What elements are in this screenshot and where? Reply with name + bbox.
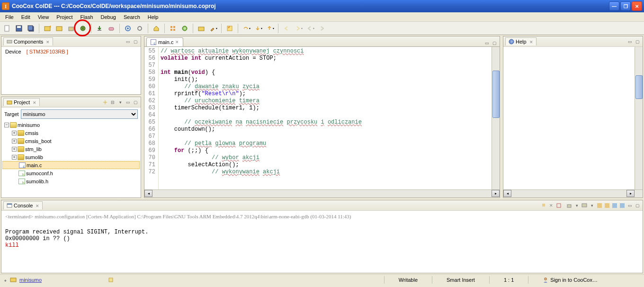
menu-flash[interactable]: Flash xyxy=(77,13,97,21)
editor-body[interactable]: 555657585960616263646566676869707172 // … xyxy=(144,47,500,189)
console-dropdown-icon[interactable]: ▾ xyxy=(573,202,580,209)
scroll-left-icon[interactable]: ◂ xyxy=(144,190,152,197)
nav-forward-icon[interactable] xyxy=(317,23,327,34)
tree-root[interactable]: − minisumo xyxy=(2,121,140,129)
scrollbar-thumb[interactable] xyxy=(635,75,643,99)
open-project-icon[interactable] xyxy=(54,23,64,34)
target-select[interactable]: minisumo xyxy=(21,109,138,119)
menu-project[interactable]: Project xyxy=(53,13,76,21)
scrollbar-thumb[interactable] xyxy=(492,71,500,118)
close-tab-icon[interactable]: ✕ xyxy=(529,40,533,44)
refresh-icon[interactable] xyxy=(179,23,190,34)
save-all-icon[interactable] xyxy=(26,23,36,34)
grid-icon[interactable] xyxy=(168,23,178,34)
console-opt1-icon[interactable] xyxy=(596,202,603,209)
folder-open-icon[interactable] xyxy=(196,23,206,34)
menu-file[interactable]: File xyxy=(2,13,17,21)
new-project-icon[interactable]: ✦ xyxy=(42,23,53,34)
tree-folder[interactable]: + sumolib xyxy=(2,153,140,161)
status-icon[interactable] xyxy=(108,277,114,283)
vertical-scrollbar[interactable] xyxy=(492,47,500,189)
console-opt3-icon[interactable] xyxy=(611,202,618,209)
close-tab-icon[interactable]: ✕ xyxy=(46,40,50,44)
scroll-right-icon[interactable]: ▸ xyxy=(492,190,500,197)
link-editor-icon[interactable] xyxy=(102,99,108,106)
tree-toggle-icon[interactable]: + xyxy=(12,131,17,135)
view-menu-icon[interactable]: ▾ xyxy=(117,99,124,106)
menu-debug[interactable]: Debug xyxy=(98,13,119,21)
close-tab-icon[interactable]: ✕ xyxy=(175,40,179,45)
tree-toggle-icon[interactable]: − xyxy=(4,123,9,127)
horizontal-scrollbar[interactable]: ◂ ▸ xyxy=(503,189,643,197)
menu-help[interactable]: Help xyxy=(144,13,162,21)
console-scroll-lock-icon[interactable] xyxy=(566,202,572,209)
status-project-link[interactable]: minisumo xyxy=(19,277,42,283)
editor-tab[interactable]: main.c ✕ xyxy=(146,37,183,46)
new-file-icon[interactable] xyxy=(2,23,12,34)
vertical-scrollbar[interactable] xyxy=(635,47,643,189)
minimize-panel-icon[interactable]: ▭ xyxy=(125,38,131,45)
close-tab-icon[interactable]: ✕ xyxy=(36,204,39,207)
tree-folder[interactable]: + cmsis_boot xyxy=(2,137,140,145)
status-chevron-icon[interactable]: ⬥ xyxy=(4,277,7,283)
status-signin[interactable]: Sign in to CooCox… xyxy=(543,277,598,283)
debug-icon[interactable] xyxy=(78,23,88,34)
save-icon[interactable] xyxy=(14,23,24,34)
maximize-panel-icon[interactable]: ▢ xyxy=(491,40,498,46)
components-tab[interactable]: Components ✕ xyxy=(3,37,53,45)
build-icon[interactable] xyxy=(66,23,76,34)
console-dropdown-icon[interactable]: ▾ xyxy=(589,202,595,209)
tree-toggle-icon[interactable]: + xyxy=(12,139,17,144)
menu-view[interactable]: View xyxy=(35,13,53,21)
console-opt2-icon[interactable] xyxy=(604,202,610,209)
tree-folder[interactable]: + stm_lib xyxy=(2,145,140,153)
menu-search[interactable]: Search xyxy=(120,13,143,21)
minimize-panel-icon[interactable]: ▭ xyxy=(626,38,633,45)
menu-edit[interactable]: Edit xyxy=(18,13,34,21)
configure-icon[interactable] xyxy=(123,23,133,34)
download-icon[interactable] xyxy=(94,23,105,34)
maximize-panel-icon[interactable]: ▢ xyxy=(132,99,139,106)
console-remove-icon[interactable]: ✕ xyxy=(548,202,555,209)
maximize-panel-icon[interactable]: ▢ xyxy=(634,202,641,209)
back-icon[interactable] xyxy=(281,23,292,34)
console-opt4-icon[interactable] xyxy=(619,202,626,209)
maximize-panel-icon[interactable]: ▢ xyxy=(132,38,139,45)
highlight-icon[interactable] xyxy=(224,23,235,34)
tree-file-selected[interactable]: main.c xyxy=(2,161,140,169)
horizontal-scrollbar[interactable]: ◂ ▸ xyxy=(144,189,500,197)
maximize-button[interactable]: ❐ xyxy=(620,1,631,11)
console-tab[interactable]: Console ✕ xyxy=(3,201,43,209)
console-clear-icon[interactable] xyxy=(555,202,562,209)
erase-icon[interactable] xyxy=(106,23,116,34)
code-area[interactable]: // wartosc aktualnie wykonywanej czynnos… xyxy=(159,47,492,189)
gear-icon[interactable] xyxy=(134,23,145,34)
minimize-panel-icon[interactable]: ▭ xyxy=(125,99,131,106)
tree-file[interactable]: sumolib.h xyxy=(2,177,140,185)
collapse-all-icon[interactable]: ⊟ xyxy=(109,99,116,106)
scroll-right-icon[interactable]: ▸ xyxy=(626,190,635,197)
tree-folder[interactable]: + cmsis xyxy=(2,129,140,137)
close-button[interactable]: ✕ xyxy=(632,1,642,11)
project-tab[interactable]: Project ✕ xyxy=(3,98,40,106)
step-out-icon[interactable]: ▾ xyxy=(265,23,275,34)
console-display-icon[interactable] xyxy=(581,202,588,209)
minimize-button[interactable]: — xyxy=(609,1,619,11)
step-into-icon[interactable]: ▾ xyxy=(253,23,263,34)
nav-back-icon[interactable]: ▾ xyxy=(305,23,315,34)
tree-toggle-icon[interactable]: + xyxy=(12,147,17,152)
home-icon[interactable] xyxy=(151,23,161,34)
console-body[interactable]: <terminated> minisumo.configuration [Cor… xyxy=(1,211,643,273)
maximize-panel-icon[interactable]: ▢ xyxy=(634,38,641,45)
help-tab[interactable]: ? Help ✕ xyxy=(505,37,537,45)
forward-icon[interactable]: ▾ xyxy=(293,23,304,34)
close-tab-icon[interactable]: ✕ xyxy=(33,100,36,104)
tree-file[interactable]: sumoconf.h xyxy=(2,169,140,177)
tree-toggle-icon[interactable]: + xyxy=(12,155,17,160)
console-pin-icon[interactable] xyxy=(540,202,547,209)
brush-icon[interactable]: ▾ xyxy=(208,23,218,34)
step-over-icon[interactable]: ▾ xyxy=(241,23,251,34)
device-link[interactable]: [ STM32F103RB ] xyxy=(27,49,68,54)
scroll-left-icon[interactable]: ◂ xyxy=(503,190,511,197)
minimize-panel-icon[interactable]: ▭ xyxy=(483,40,490,46)
